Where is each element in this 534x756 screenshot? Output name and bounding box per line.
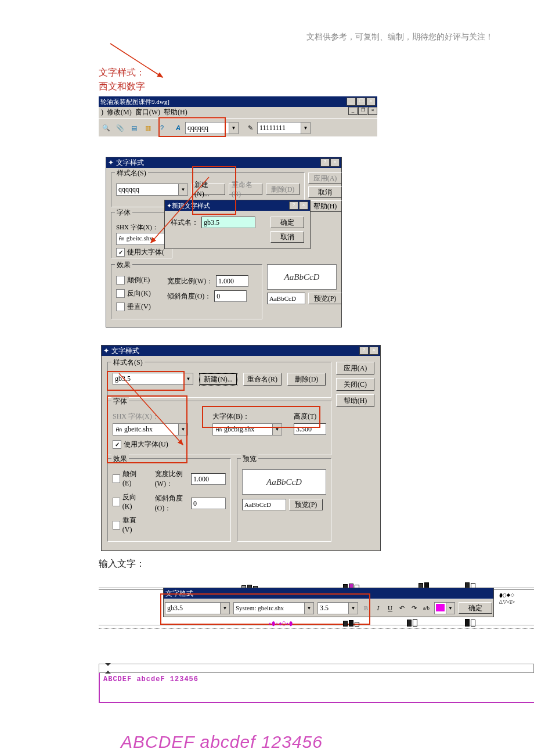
dialog-titlebar: ✦文字样式 ?× bbox=[106, 157, 341, 168]
new-button[interactable]: 新建(N)... bbox=[192, 183, 225, 195]
close-icon[interactable]: × bbox=[368, 107, 377, 115]
delete-button[interactable]: 删除(D) bbox=[266, 183, 300, 195]
help-button[interactable]: 帮助(H) bbox=[308, 200, 342, 212]
vertical-checkbox[interactable]: 垂直(V) bbox=[116, 302, 151, 312]
backward-checkbox[interactable]: 反向(K) bbox=[116, 289, 151, 298]
notice-text: 文档供参考，可复制、编制，期待您的好评与关注！ bbox=[0, 0, 534, 42]
close-icon[interactable]: × bbox=[330, 159, 340, 167]
oblique-input[interactable] bbox=[191, 498, 226, 509]
height-input[interactable] bbox=[294, 423, 326, 435]
undo-icon[interactable]: ↶ bbox=[398, 602, 406, 614]
color-combo[interactable]: ▼ bbox=[434, 602, 455, 614]
rename-button[interactable]: 重命名(R) bbox=[243, 373, 282, 386]
menu-help[interactable]: 帮助(H) bbox=[164, 108, 187, 116]
shx-combo[interactable]: 🗛 gbeitc.shx bbox=[116, 233, 165, 245]
close-icon[interactable]: × bbox=[299, 201, 308, 210]
name-label: 样式名： bbox=[171, 218, 199, 228]
input-text-label: 输入文字： bbox=[99, 558, 534, 570]
menu-window[interactable]: 窗口(W) bbox=[135, 108, 160, 116]
help-icon[interactable]: ? bbox=[289, 201, 298, 210]
rename-button[interactable]: 重命名(R) bbox=[229, 183, 262, 195]
tool-icon[interactable]: 📎 bbox=[114, 121, 127, 134]
text-style-icon[interactable]: A bbox=[172, 122, 184, 134]
stack-icon[interactable]: a/b bbox=[422, 602, 431, 614]
close-icon[interactable]: × bbox=[366, 98, 376, 106]
help-icon[interactable]: ? bbox=[320, 159, 330, 167]
menu-bar: ) 修改(M) 窗口(W) 帮助(H) bbox=[99, 107, 377, 118]
redo-icon[interactable]: ↷ bbox=[410, 602, 418, 614]
help-icon[interactable]: ? bbox=[359, 347, 369, 355]
width-scale-input[interactable] bbox=[216, 275, 248, 287]
shx-combo[interactable]: 🗛 gbeitc.shx▼ bbox=[113, 423, 188, 435]
sample-text: ABCDEF abcdeF 123456 bbox=[103, 675, 199, 683]
preview-box: AaBbCcD bbox=[267, 264, 337, 290]
apply-button[interactable]: 应用(A) bbox=[336, 362, 374, 375]
app-titlebar: 轮油泵装配图课件9.dwg] _ ❐ × bbox=[99, 96, 377, 107]
format-font-combo[interactable]: ▼ bbox=[233, 602, 314, 614]
minimize-icon[interactable]: _ bbox=[348, 107, 358, 115]
ok-button[interactable]: 确定 bbox=[270, 217, 304, 228]
preview-input[interactable] bbox=[242, 499, 286, 510]
restore-icon[interactable]: ❐ bbox=[356, 98, 366, 106]
tool-icon[interactable]: ▤ bbox=[128, 121, 140, 134]
minimize-icon[interactable]: _ bbox=[347, 98, 356, 106]
preview-input[interactable] bbox=[267, 293, 305, 304]
upside-checkbox[interactable]: 颠倒(E) bbox=[116, 275, 151, 285]
style-combo[interactable]: ▼ bbox=[185, 122, 239, 134]
bigfont-combo[interactable]: 🗛 gbcbig.shx▼ bbox=[212, 423, 282, 435]
style-name-input[interactable] bbox=[201, 217, 255, 228]
menu-modify[interactable]: 修改(M) bbox=[107, 108, 132, 116]
preview-button[interactable]: 预览(P) bbox=[308, 293, 342, 304]
use-bigfont-checkbox[interactable]: ✓使用大字体(U) bbox=[113, 440, 168, 449]
backward-checkbox[interactable]: 反向(K) bbox=[113, 492, 142, 511]
close-icon[interactable]: × bbox=[369, 347, 378, 355]
group-label: 字体 bbox=[115, 208, 132, 218]
delete-button[interactable]: 删除(D) bbox=[287, 373, 326, 386]
new-button[interactable]: 新建(N)... bbox=[199, 373, 237, 386]
underline-icon[interactable]: U bbox=[386, 602, 395, 614]
heading-2: 西文和数字 bbox=[99, 80, 534, 93]
cancel-button[interactable]: 取消 bbox=[270, 231, 304, 243]
tool-icon[interactable]: ▥ bbox=[142, 121, 154, 134]
oblique-input[interactable] bbox=[214, 290, 247, 302]
format-toolbar: ▼ ▼ ▼ B I U ↶ ↷ a/b ▼ 确定 bbox=[164, 599, 493, 617]
format-style-combo[interactable]: ▼ bbox=[165, 602, 230, 614]
toolbar: 🔍 📎 ▤ ▥ ? A ▼ ✎ ▼ bbox=[99, 118, 377, 136]
dim-style-icon[interactable]: ✎ bbox=[244, 122, 256, 134]
vertical-checkbox[interactable]: 垂直(V) bbox=[113, 516, 142, 534]
apply-button[interactable]: 应用(A) bbox=[308, 172, 342, 184]
tool-icon[interactable]: ? bbox=[156, 121, 168, 134]
help-button[interactable]: 帮助(H) bbox=[336, 394, 374, 407]
style-name-combo[interactable]: ▼ bbox=[116, 183, 188, 196]
format-titlebar: 文字格式 bbox=[164, 588, 493, 599]
dialog-titlebar: ✦文字样式 ?× bbox=[102, 345, 380, 356]
style-name-combo[interactable]: ▼ bbox=[113, 373, 193, 385]
bold-icon[interactable]: B bbox=[362, 602, 370, 614]
restore-icon[interactable]: ❐ bbox=[358, 107, 367, 115]
width-scale-input[interactable] bbox=[191, 473, 226, 485]
group-label: 样式名(S) bbox=[115, 168, 148, 178]
italic-icon[interactable]: I bbox=[374, 602, 383, 614]
ruler bbox=[99, 664, 534, 673]
format-height-combo[interactable]: ▼ bbox=[317, 602, 358, 614]
close-button[interactable]: 关闭(C) bbox=[336, 378, 374, 391]
tool-icon[interactable]: 🔍 bbox=[100, 121, 113, 134]
preview-box: AaBbCcD bbox=[242, 469, 326, 495]
large-sample: ABCDEF abcdef 123456 bbox=[121, 732, 534, 752]
upside-checkbox[interactable]: 颠倒(E) bbox=[113, 469, 142, 488]
shx-label: SHX 字体(X)： bbox=[116, 223, 167, 232]
dim-combo[interactable]: ▼ bbox=[257, 122, 311, 134]
use-bigfont-checkbox[interactable]: ✓使用大字体( bbox=[116, 247, 164, 257]
ok-button[interactable]: 确定 bbox=[459, 602, 492, 614]
group-label: 效果 bbox=[115, 260, 132, 270]
heading-1: 文字样式： bbox=[99, 66, 534, 80]
preview-button[interactable]: 预览(P) bbox=[289, 499, 323, 510]
cancel-button[interactable]: 取消 bbox=[308, 186, 342, 198]
